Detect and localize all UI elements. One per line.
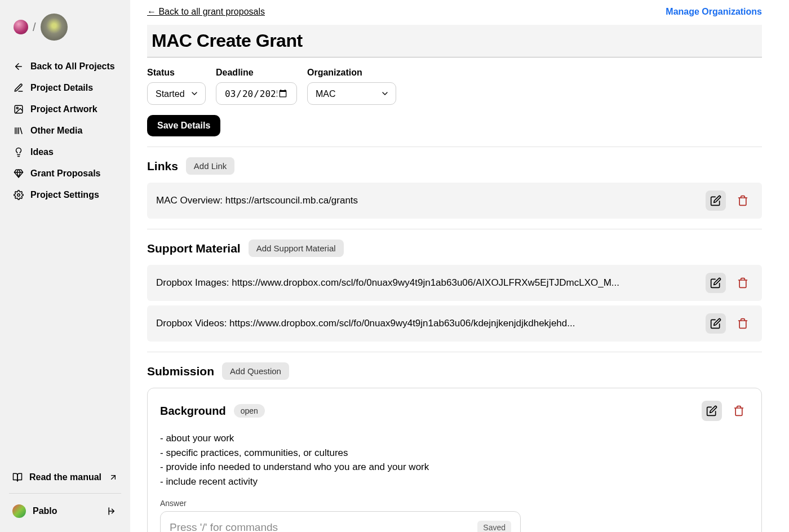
sidebar-item-media[interactable]: Other Media: [9, 121, 121, 141]
answer-label: Answer: [160, 499, 749, 508]
trash-icon: [737, 318, 748, 329]
support-row: Dropbox Images: https://www.dropbox.com/…: [147, 265, 762, 301]
question-description: - about your work - specific practices, …: [160, 431, 749, 489]
saved-indicator: Saved: [477, 521, 511, 532]
edit-question-button[interactable]: [702, 401, 722, 421]
library-icon: [14, 126, 24, 136]
pencil-line-icon: [14, 83, 24, 93]
support-heading: Support Material: [147, 242, 241, 255]
user-name: Pablo: [33, 506, 57, 516]
external-link-icon: [109, 473, 118, 482]
workspace-avatar: [14, 20, 28, 34]
delete-support-button[interactable]: [733, 273, 753, 293]
trash-icon: [737, 195, 748, 206]
divider: [147, 352, 762, 352]
link-row: MAC Overview: https://artscouncil.mb.ca/…: [147, 183, 762, 219]
answer-editor[interactable]: Press '/' for commands Saved: [160, 511, 521, 532]
read-manual-link[interactable]: Read the manual: [9, 467, 121, 487]
links-heading: Links: [147, 159, 178, 173]
divider: [147, 147, 762, 147]
trash-icon: [737, 277, 748, 289]
edit-support-button[interactable]: [706, 313, 726, 334]
sidebar-item-grants[interactable]: Grant Proposals: [9, 163, 121, 184]
submission-heading: Submission: [147, 365, 214, 378]
sidebar: / Back to All Projects Project Details P…: [0, 0, 130, 532]
manual-label: Read the manual: [29, 472, 101, 482]
support-text: Dropbox Videos: https://www.dropbox.com/…: [156, 318, 699, 329]
delete-question-button[interactable]: [729, 401, 749, 421]
support-row: Dropbox Videos: https://www.dropbox.com/…: [147, 305, 762, 342]
support-text: Dropbox Images: https://www.dropbox.com/…: [156, 277, 699, 289]
add-link-button[interactable]: Add Link: [186, 157, 234, 175]
book-icon: [12, 472, 23, 482]
edit-icon: [710, 277, 721, 289]
sidebar-item-label: Project Settings: [30, 190, 99, 200]
svg-point-3: [17, 194, 20, 197]
sidebar-item-details[interactable]: Project Details: [9, 78, 121, 98]
deadline-label: Deadline: [216, 68, 297, 78]
sidebar-item-label: Project Artwork: [30, 104, 97, 114]
question-title: Background: [160, 405, 226, 418]
edit-link-button[interactable]: [706, 190, 726, 211]
sidebar-item-label: Grant Proposals: [30, 169, 100, 179]
organization-label: Organization: [307, 68, 396, 78]
image-icon: [14, 104, 24, 114]
link-text: MAC Overview: https://artscouncil.mb.ca/…: [156, 195, 699, 206]
edit-icon: [706, 405, 717, 416]
status-select[interactable]: Started: [147, 82, 206, 105]
sidebar-item-label: Other Media: [30, 126, 82, 136]
organization-select[interactable]: MAC: [307, 82, 396, 105]
trash-icon: [733, 405, 744, 416]
sidebar-item-ideas[interactable]: Ideas: [9, 142, 121, 162]
sidebar-item-label: Back to All Projects: [30, 61, 115, 72]
logout-icon[interactable]: [108, 506, 118, 516]
manage-organizations-link[interactable]: Manage Organizations: [666, 7, 762, 17]
svg-point-2: [16, 107, 18, 109]
back-to-proposals-link[interactable]: ← Back to all grant proposals: [147, 7, 265, 17]
breadcrumb-separator: /: [33, 21, 36, 34]
divider: [147, 229, 762, 229]
gem-icon: [14, 169, 24, 179]
proposal-title-input[interactable]: [147, 25, 762, 57]
delete-support-button[interactable]: [733, 313, 753, 334]
arrow-left-icon: [14, 61, 24, 72]
sidebar-item-label: Ideas: [30, 147, 54, 157]
sidebar-item-label: Project Details: [30, 83, 93, 93]
edit-icon: [710, 195, 721, 206]
add-support-button[interactable]: Add Support Material: [249, 240, 344, 257]
sidebar-nav: Back to All Projects Project Details Pro…: [9, 56, 121, 205]
save-details-button[interactable]: Save Details: [147, 115, 220, 136]
add-question-button[interactable]: Add Question: [222, 362, 289, 380]
deadline-input[interactable]: [216, 82, 297, 105]
sidebar-item-settings[interactable]: Project Settings: [9, 185, 121, 205]
sidebar-item-artwork[interactable]: Project Artwork: [9, 99, 121, 119]
status-label: Status: [147, 68, 206, 78]
main-content: ← Back to all grant proposals Manage Org…: [130, 0, 789, 532]
project-avatar: [41, 14, 68, 41]
question-status-badge: open: [234, 404, 265, 418]
edit-support-button[interactable]: [706, 273, 726, 293]
user-menu[interactable]: Pablo: [9, 499, 121, 523]
user-avatar: [12, 504, 26, 518]
answer-placeholder: Press '/' for commands: [170, 521, 477, 532]
edit-icon: [710, 318, 721, 329]
question-card: Background open - about your work - spec…: [147, 388, 762, 532]
divider: [9, 493, 121, 494]
sidebar-item-back[interactable]: Back to All Projects: [9, 56, 121, 77]
workspace-switcher[interactable]: /: [14, 14, 121, 41]
delete-link-button[interactable]: [733, 190, 753, 211]
lightbulb-icon: [14, 147, 24, 157]
gear-icon: [14, 190, 24, 200]
